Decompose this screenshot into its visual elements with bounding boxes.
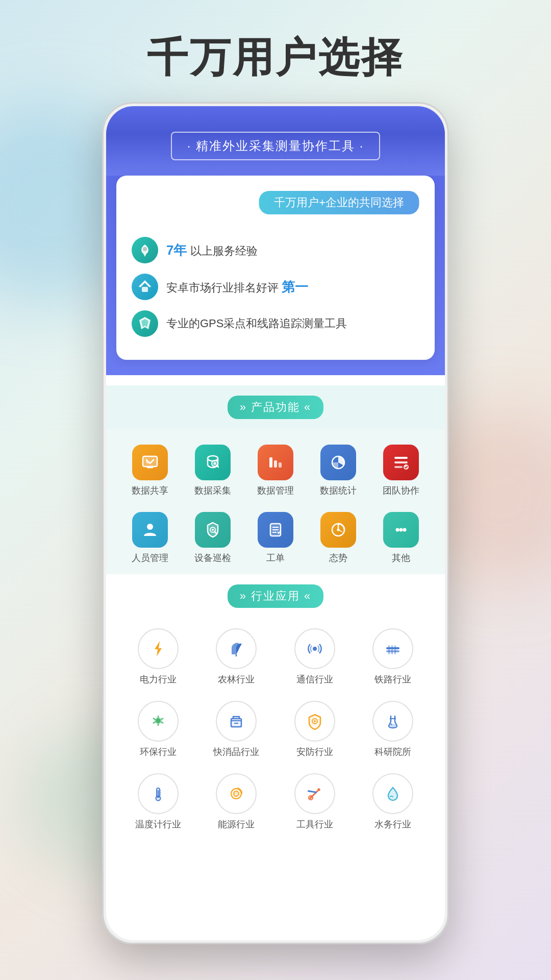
icon-item-data-share[interactable]: 数据共享	[121, 439, 179, 502]
industry-item-fmcg[interactable]: 快消品行业	[200, 696, 273, 763]
icon-label-workorder: 工单	[266, 552, 285, 564]
svg-rect-35	[394, 645, 396, 654]
icon-person	[132, 512, 168, 548]
icon-label-data-stats: 数据统计	[320, 484, 357, 497]
industry-icon-temperature	[138, 773, 179, 814]
svg-point-27	[403, 528, 406, 532]
svg-rect-33	[388, 645, 390, 654]
feature-row-2: 安卓市场行业排名好评 第一	[132, 274, 419, 300]
icon-data-manage	[258, 445, 293, 480]
icon-item-data-manage[interactable]: 数据管理	[247, 439, 305, 502]
icon-item-other[interactable]: 其他	[372, 507, 430, 569]
industry-icon-research	[372, 701, 413, 742]
card-banner: 千万用户+企业的共同选择	[259, 191, 419, 214]
industry-item-environment[interactable]: 环保行业	[121, 696, 195, 763]
industry-section-tag: » 行业应用 «	[228, 584, 324, 608]
icon-item-data-collect[interactable]: 数据采集	[184, 439, 242, 502]
industry-label-security: 安防行业	[296, 746, 333, 758]
svg-point-51	[234, 791, 239, 796]
industry-grid: 电力行业 农林行业	[106, 618, 445, 841]
industry-item-temperature[interactable]: 温度计行业	[121, 768, 195, 836]
industry-item-railway[interactable]: 铁路行业	[357, 623, 430, 691]
icon-situation	[320, 512, 356, 548]
phone-mockup: · 精准外业采集测量协作工具 · 千万用户+企业的共同选择	[102, 102, 449, 944]
icon-data-stats	[320, 445, 356, 480]
svg-rect-1	[142, 287, 148, 292]
svg-point-25	[395, 528, 399, 532]
feature-icon-years	[132, 237, 158, 263]
feature-text-years: 7年 以上服务经验	[166, 241, 258, 259]
svg-point-30	[313, 647, 317, 651]
icon-team	[383, 445, 419, 480]
svg-rect-2	[143, 456, 157, 467]
industry-icon-energy	[216, 773, 257, 814]
industry-label-environment: 环保行业	[140, 746, 177, 758]
industry-icon-environment	[138, 701, 179, 742]
icon-data-collect	[195, 445, 231, 480]
industry-item-tools[interactable]: 工具行业	[278, 768, 352, 836]
svg-rect-13	[394, 461, 408, 463]
industry-item-research[interactable]: 科研院所	[357, 696, 430, 763]
icon-item-patrol[interactable]: 设备巡检	[184, 507, 242, 569]
industry-icon-water	[372, 773, 413, 814]
icon-item-data-stats[interactable]: 数据统计	[309, 439, 367, 502]
industry-icon-railway	[372, 628, 413, 669]
industry-icon-security	[294, 701, 335, 742]
industry-label-research: 科研院所	[374, 746, 411, 758]
phone-header: · 精准外业采集测量协作工具 ·	[106, 106, 445, 176]
feature-row-1: 7年 以上服务经验	[132, 237, 419, 263]
icon-item-person[interactable]: 人员管理	[121, 507, 179, 569]
header-subtitle: · 精准外业采集测量协作工具 ·	[171, 132, 381, 160]
icon-label-team: 团队协作	[383, 484, 419, 497]
feature-icon-gps	[132, 310, 158, 337]
industry-section-header: » 行业应用 «	[106, 574, 445, 618]
feature-icon-rank	[132, 274, 158, 300]
industry-item-telecom[interactable]: 通信行业	[278, 623, 352, 691]
svg-point-0	[143, 247, 147, 251]
icon-patrol	[195, 512, 231, 548]
svg-rect-34	[391, 645, 393, 654]
icon-item-workorder[interactable]: 工单	[247, 507, 305, 569]
product-icons-grid: 数据共享 数据采集	[106, 429, 445, 574]
icon-item-situation[interactable]: 态势	[309, 507, 367, 569]
product-section-header: » 产品功能 «	[106, 385, 445, 429]
svg-point-16	[147, 524, 153, 530]
feature-text-rank: 安卓市场行业排名好评 第一	[166, 278, 308, 296]
industry-label-tools: 工具行业	[296, 818, 333, 830]
svg-point-18	[212, 529, 214, 531]
svg-rect-9	[274, 460, 277, 468]
svg-rect-8	[269, 457, 272, 468]
industry-icon-fmcg	[216, 701, 257, 742]
svg-rect-10	[279, 462, 282, 468]
icon-label-patrol: 设备巡检	[194, 552, 231, 564]
svg-marker-28	[155, 641, 162, 656]
icon-label-data-collect: 数据采集	[194, 484, 231, 497]
icon-other	[383, 512, 419, 548]
svg-point-24	[337, 529, 339, 531]
industry-label-energy: 能源行业	[218, 818, 255, 830]
svg-point-53	[309, 796, 313, 800]
svg-point-40	[314, 720, 316, 722]
industry-item-energy[interactable]: 能源行业	[200, 768, 273, 836]
svg-point-5	[208, 456, 218, 461]
icon-label-other: 其他	[392, 552, 410, 564]
icon-data-share	[132, 445, 168, 480]
icon-item-team[interactable]: 团队协作	[372, 439, 430, 502]
svg-point-43	[391, 724, 392, 725]
industry-icon-telecom	[294, 628, 335, 669]
industry-item-water[interactable]: 水务行业	[357, 768, 430, 836]
industry-label-electricity: 电力行业	[140, 673, 177, 685]
industry-label-agriculture: 农林行业	[218, 673, 255, 685]
industry-item-agriculture[interactable]: 农林行业	[200, 623, 273, 691]
icon-label-situation: 态势	[329, 552, 347, 564]
icon-label-data-manage: 数据管理	[257, 484, 294, 497]
industry-item-electricity[interactable]: 电力行业	[121, 623, 195, 691]
industry-icon-agriculture	[216, 628, 257, 669]
page-title: 千万用户选择	[0, 31, 551, 86]
icon-workorder	[258, 512, 293, 548]
industry-section: » 行业应用 « 电力行业	[106, 574, 445, 851]
svg-rect-12	[394, 457, 408, 459]
industry-icon-tools	[294, 773, 335, 814]
icon-label-person: 人员管理	[132, 552, 168, 564]
industry-item-security[interactable]: 安防行业	[278, 696, 352, 763]
